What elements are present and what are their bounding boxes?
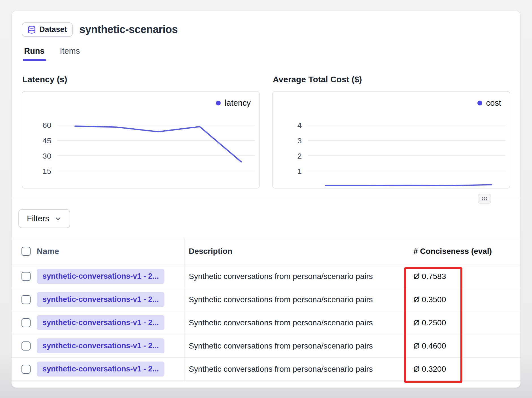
filters-button-label: Filters <box>27 214 49 223</box>
run-name-link[interactable]: synthetic-conversations-v1 - 2... <box>37 315 164 330</box>
table-row[interactable]: synthetic-conversations-v1 - 2... Synthe… <box>12 265 520 288</box>
run-name-link[interactable]: synthetic-conversations-v1 - 2... <box>37 269 164 284</box>
row-checkbox[interactable] <box>22 295 31 304</box>
database-icon <box>27 25 36 34</box>
row-description: Synthetic conversations from persona/sce… <box>185 341 407 351</box>
row-description: Synthetic conversations from persona/sce… <box>185 365 407 374</box>
legend-dot-icon <box>216 101 221 105</box>
row-description: Synthetic conversations from persona/sce… <box>185 295 407 304</box>
row-checkbox[interactable] <box>22 341 31 351</box>
column-header-description[interactable]: Description <box>185 247 407 256</box>
page-title: synthetic-scenarios <box>80 23 178 36</box>
latency-chart: Latency (s) 60453015 latency <box>22 75 260 189</box>
runs-table: Name Description # Conciseness (eval) sy… <box>12 238 520 381</box>
cost-chart-title: Average Total Cost ($) <box>273 75 510 84</box>
latency-chart-plot: 60453015 latency <box>22 91 260 189</box>
run-name-link[interactable]: synthetic-conversations-v1 - 2... <box>37 338 164 353</box>
cost-chart: Average Total Cost ($) 4321 cost <box>272 75 510 189</box>
resize-handle[interactable] <box>478 194 491 204</box>
svg-text:60: 60 <box>42 121 51 129</box>
table-body: synthetic-conversations-v1 - 2... Synthe… <box>12 265 520 381</box>
row-conciseness: Ø 0.4600 <box>407 341 520 351</box>
cost-line-chart: 4321 <box>273 92 510 188</box>
chevron-down-icon <box>54 215 62 222</box>
row-checkbox[interactable] <box>22 365 31 374</box>
row-description: Synthetic conversations from persona/sce… <box>185 318 407 327</box>
dataset-type-badge: Dataset <box>22 22 73 37</box>
legend-label: cost <box>486 98 501 108</box>
select-all-checkbox[interactable] <box>22 247 31 256</box>
grip-dots-icon <box>481 197 488 201</box>
run-name-link[interactable]: synthetic-conversations-v1 - 2... <box>37 292 164 307</box>
card-header: Dataset synthetic-scenarios <box>12 11 520 37</box>
table-row[interactable]: synthetic-conversations-v1 - 2... Synthe… <box>12 288 520 311</box>
row-description: Synthetic conversations from persona/sce… <box>185 272 407 281</box>
row-conciseness: Ø 0.2500 <box>407 318 520 327</box>
table-row[interactable]: synthetic-conversations-v1 - 2... Synthe… <box>12 358 520 381</box>
row-checkbox[interactable] <box>22 318 31 327</box>
cost-legend: cost <box>477 98 501 108</box>
legend-dot-icon <box>477 101 482 105</box>
svg-text:1: 1 <box>297 167 302 176</box>
tab-bar: Runs Items <box>12 46 520 61</box>
table-row[interactable]: synthetic-conversations-v1 - 2... Synthe… <box>12 311 520 334</box>
row-conciseness: Ø 0.3200 <box>407 365 520 374</box>
latency-legend: latency <box>216 98 251 108</box>
tab-runs[interactable]: Runs <box>23 46 46 61</box>
tab-items[interactable]: Items <box>59 46 81 61</box>
dataset-card: Dataset synthetic-scenarios Runs Items L… <box>11 11 521 388</box>
legend-label: latency <box>225 98 251 108</box>
column-header-name[interactable]: Name <box>36 238 185 265</box>
cost-chart-plot: 4321 cost <box>272 91 510 189</box>
svg-text:30: 30 <box>42 152 51 160</box>
svg-text:2: 2 <box>297 152 302 160</box>
charts-section: Latency (s) 60453015 latency Average Tot… <box>12 61 520 199</box>
table-row[interactable]: synthetic-conversations-v1 - 2... Synthe… <box>12 334 520 358</box>
run-name-link[interactable]: synthetic-conversations-v1 - 2... <box>37 362 164 377</box>
svg-text:3: 3 <box>297 136 302 145</box>
svg-text:45: 45 <box>42 136 51 145</box>
table-header-row: Name Description # Conciseness (eval) <box>12 238 520 265</box>
svg-text:15: 15 <box>42 167 51 176</box>
column-header-conciseness[interactable]: # Conciseness (eval) <box>407 247 520 256</box>
row-conciseness: Ø 0.7583 <box>407 272 520 281</box>
latency-chart-title: Latency (s) <box>22 75 260 84</box>
dataset-badge-label: Dataset <box>39 25 67 34</box>
svg-text:4: 4 <box>297 121 302 129</box>
row-conciseness: Ø 0.3500 <box>407 295 520 304</box>
filters-row: Filters <box>12 199 520 228</box>
filters-button[interactable]: Filters <box>18 209 70 228</box>
row-checkbox[interactable] <box>22 272 31 281</box>
